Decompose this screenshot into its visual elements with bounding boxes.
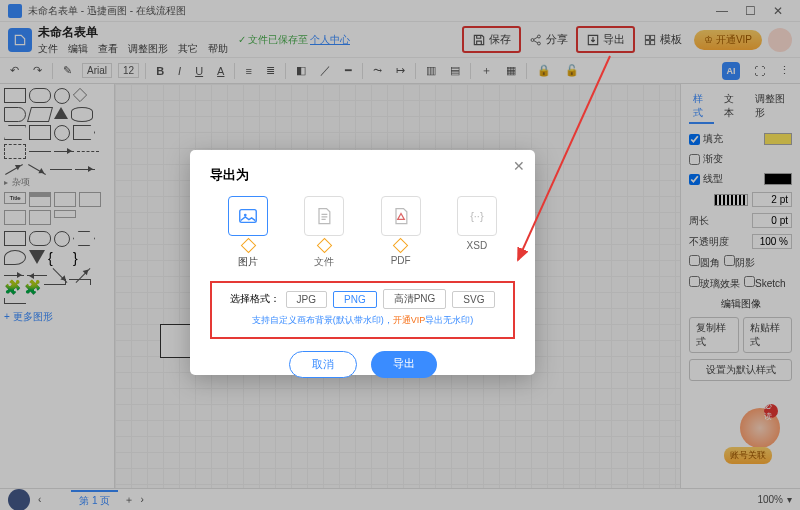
export-type-image[interactable]: 图片 xyxy=(228,196,268,269)
format-hdpng[interactable]: 高清PNG xyxy=(383,289,447,309)
format-label: 选择格式： xyxy=(230,292,280,306)
format-tip: 支持自定义画布背景(默认带水印)，开通VIP导出无水印) xyxy=(252,314,474,327)
svg-point-8 xyxy=(244,214,247,217)
modal-close-button[interactable]: ✕ xyxy=(513,158,525,174)
diamond-icon xyxy=(393,238,409,254)
format-jpg[interactable]: JPG xyxy=(286,291,327,308)
diamond-icon xyxy=(240,238,256,254)
export-modal: ✕ 导出为 图片 文件 PDF {··} XSD 选择格式： JPG PNG 高… xyxy=(190,150,535,375)
diamond-icon xyxy=(317,238,333,254)
format-row-highlight: 选择格式： JPG PNG 高清PNG SVG 支持自定义画布背景(默认带水印)… xyxy=(210,281,515,339)
svg-rect-7 xyxy=(240,210,257,223)
export-type-xsd[interactable]: {··} XSD xyxy=(457,196,497,269)
cancel-button[interactable]: 取消 xyxy=(289,351,357,378)
export-type-file[interactable]: 文件 xyxy=(304,196,344,269)
format-svg[interactable]: SVG xyxy=(452,291,495,308)
format-png[interactable]: PNG xyxy=(333,291,377,308)
export-type-pdf[interactable]: PDF xyxy=(381,196,421,269)
modal-title: 导出为 xyxy=(210,166,515,184)
export-confirm-button[interactable]: 导出 xyxy=(371,351,437,378)
